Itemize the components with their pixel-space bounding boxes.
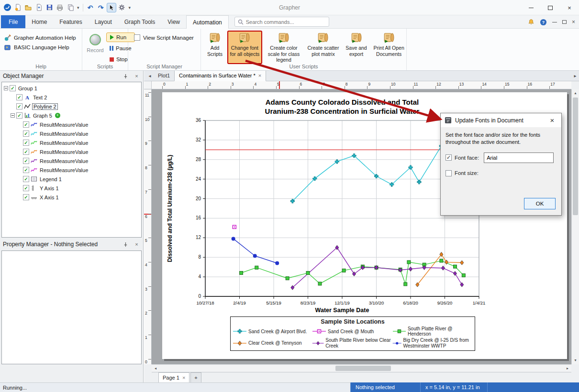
copy-icon[interactable] xyxy=(66,3,75,12)
search-input[interactable] xyxy=(246,19,326,25)
horizontal-scrollbar[interactable]: ◂ ▸ xyxy=(152,364,571,372)
tree-item[interactable]: ✓X Axis 1 xyxy=(2,193,141,202)
visibility-checkbox[interactable]: ✓ xyxy=(23,131,29,137)
notifications-bell-icon[interactable] xyxy=(528,19,534,25)
close-page-icon[interactable]: × xyxy=(182,373,185,382)
tree-item[interactable]: ✓ResultMeasureValue xyxy=(2,138,141,147)
redo-icon[interactable]: ↷ xyxy=(96,3,106,12)
visibility-checkbox[interactable]: ✓ xyxy=(23,194,29,200)
ruler-vertical[interactable]: 11109876543210 xyxy=(144,89,152,364)
tab-scroll-right-icon[interactable]: ▸ xyxy=(571,71,579,81)
tree-item[interactable]: ✓Legend 1 xyxy=(2,174,141,184)
expander-icon[interactable] xyxy=(11,113,15,118)
user-script-save-export-button[interactable]: Save and export xyxy=(343,31,370,64)
font-face-checkbox[interactable]: ✓ xyxy=(445,154,452,161)
automation-help-button[interactable]: Grapher Automation Help xyxy=(4,33,82,43)
visibility-checkbox[interactable]: ✓ xyxy=(23,140,29,146)
new-document-icon[interactable] xyxy=(13,3,22,12)
command-search-box[interactable] xyxy=(234,17,329,27)
tab-file[interactable]: File xyxy=(1,15,25,28)
tab-scroll-left-icon[interactable]: ◂ xyxy=(146,71,154,81)
tree-item-label[interactable]: X Axis 1 xyxy=(39,195,60,200)
minimize-ribbon-icon[interactable] xyxy=(552,22,557,22)
tree-item-label[interactable]: Graph 5 xyxy=(32,113,53,119)
tab-view[interactable]: View xyxy=(161,15,186,28)
tree-item[interactable]: ✓ResultMeasureValue xyxy=(2,147,141,156)
tab-home[interactable]: Home xyxy=(25,15,53,28)
visibility-checkbox[interactable]: ✓ xyxy=(23,185,29,191)
font-size-checkbox[interactable] xyxy=(445,170,452,176)
options-gear-icon[interactable] xyxy=(117,3,127,12)
import-icon[interactable] xyxy=(34,3,44,12)
view-script-manager-checkbox[interactable]: View Script Manager xyxy=(134,34,194,41)
user-script-color-scale-button[interactable]: Create color scale for class legend xyxy=(264,31,304,65)
scroll-left-icon[interactable]: ◂ xyxy=(152,365,159,372)
help-icon[interactable]: ? xyxy=(540,19,547,26)
user-script-print-all-button[interactable]: Print All Open Documents xyxy=(371,31,406,64)
visibility-checkbox[interactable]: ✓ xyxy=(16,103,22,109)
scroll-down-icon[interactable]: ▾ xyxy=(572,357,579,364)
visibility-checkbox[interactable]: ✓ xyxy=(23,176,29,182)
dialog-close-button[interactable]: × xyxy=(547,116,557,124)
close-tab-icon[interactable]: × xyxy=(258,71,261,81)
font-face-input[interactable] xyxy=(484,152,554,163)
doc-tab-plot1[interactable]: Plot1 xyxy=(154,71,174,81)
dialog-titlebar[interactable]: Update Fonts in Document × xyxy=(441,113,561,127)
visibility-checkbox[interactable]: ✓ xyxy=(23,158,29,164)
visibility-checkbox[interactable]: ✓ xyxy=(10,85,16,91)
tree-item[interactable]: ✓Y Axis 1 xyxy=(2,184,141,193)
tree-item-label[interactable]: ResultMeasureValue xyxy=(39,131,89,137)
user-script-change-font-button[interactable]: Change font for all objects xyxy=(227,31,262,64)
print-icon[interactable] xyxy=(55,3,65,12)
tree-item-label[interactable]: ResultMeasureValue xyxy=(39,140,89,146)
undo-icon[interactable]: ↶ xyxy=(86,3,95,12)
tree-item[interactable]: ✓ResultMeasureValue xyxy=(2,120,141,129)
tree-item-label[interactable]: Group 1 xyxy=(17,86,38,91)
page-tab[interactable]: Page 1 × xyxy=(158,372,189,382)
chart-legend[interactable]: Sample Site Locations Sand Creek @ Airpo… xyxy=(230,316,475,351)
toolbar-overflow-icon[interactable]: ▾ xyxy=(128,5,132,10)
tree-item-label[interactable]: Text 2 xyxy=(32,95,48,100)
pin-icon[interactable] xyxy=(123,242,130,247)
tree-item[interactable]: ✓ResultMeasureValue xyxy=(2,129,141,138)
scroll-right-icon[interactable]: ▸ xyxy=(564,365,571,372)
scroll-up-icon[interactable]: ▴ xyxy=(572,89,579,97)
doc-tab-contaminants[interactable]: Contaminants in Surface Water * × xyxy=(174,70,266,81)
restore-panels-icon[interactable] xyxy=(562,20,567,24)
vertical-scroll-thumb[interactable] xyxy=(573,98,578,215)
tab-graph-tools[interactable]: Graph Tools xyxy=(118,15,161,28)
visibility-checkbox[interactable]: ✓ xyxy=(23,149,29,155)
horizontal-scroll-thumb[interactable] xyxy=(335,366,391,371)
tree-item-label[interactable]: Y Axis 1 xyxy=(39,185,60,191)
close-document-icon[interactable]: × xyxy=(572,19,575,25)
tree-item-label[interactable]: Legend 1 xyxy=(39,176,63,182)
close-panel-icon[interactable]: × xyxy=(133,241,140,247)
grapher-logo-icon[interactable] xyxy=(2,3,12,12)
tree-item-label[interactable]: ResultMeasureValue xyxy=(39,122,89,128)
tree-item[interactable]: ✓Graph 5+ xyxy=(2,111,141,120)
tab-features[interactable]: Features xyxy=(53,15,88,28)
window-close-button[interactable]: × xyxy=(560,0,579,15)
open-folder-icon[interactable] xyxy=(23,3,33,12)
visibility-checkbox[interactable]: ✓ xyxy=(23,121,29,128)
save-icon[interactable] xyxy=(45,3,54,12)
user-script-add-scripts-button[interactable]: Add Scripts xyxy=(204,31,226,64)
pin-icon[interactable] xyxy=(123,74,130,79)
tree-item-label[interactable]: ResultMeasureValue xyxy=(39,158,89,164)
add-page-button[interactable]: + xyxy=(190,372,201,382)
visibility-checkbox[interactable]: ✓ xyxy=(16,94,22,100)
visibility-checkbox[interactable]: ✓ xyxy=(16,112,22,119)
ok-button[interactable]: OK xyxy=(524,198,556,209)
ruler-horizontal[interactable]: 01234567891011121314151617 xyxy=(152,81,571,89)
visibility-checkbox[interactable]: ✓ xyxy=(23,167,29,173)
close-panel-icon[interactable]: × xyxy=(133,73,140,79)
tree-item-label[interactable]: ResultMeasureValue xyxy=(39,149,89,155)
select-pointer-icon[interactable] xyxy=(107,3,116,12)
window-maximize-button[interactable] xyxy=(541,0,560,15)
tab-automation[interactable]: Automation xyxy=(186,15,229,29)
user-script-scatter-matrix-button[interactable]: Create scatter plot matrix xyxy=(305,31,341,64)
basic-help-button[interactable]: BASIC Language Help xyxy=(4,43,82,52)
tree-item[interactable]: ✓Group 1 xyxy=(2,84,141,93)
vertical-scrollbar[interactable]: ▴ ▾ xyxy=(571,89,579,364)
tree-item[interactable]: ✓ResultMeasureValue xyxy=(2,156,141,165)
